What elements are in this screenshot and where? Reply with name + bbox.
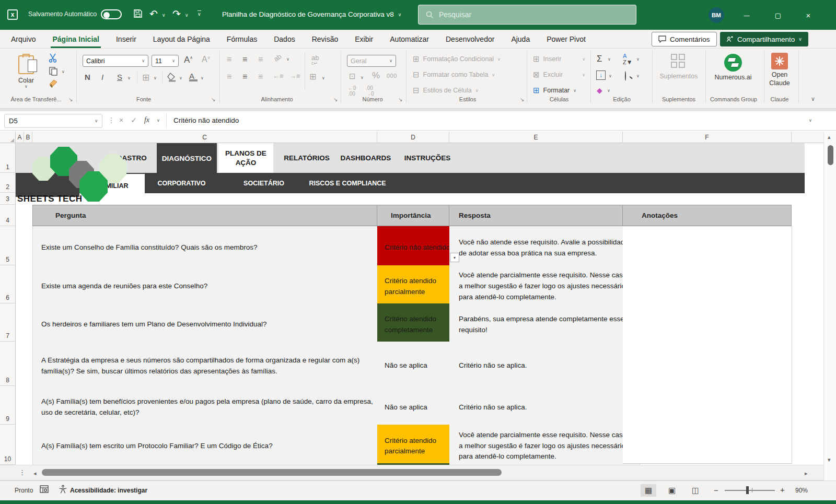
- paste-button[interactable]: Colar ∨: [11, 53, 41, 91]
- maximize-button[interactable]: ▢: [766, 5, 790, 26]
- share-button[interactable]: Compartilhamento ∨: [720, 32, 808, 46]
- italic-button[interactable]: I: [101, 73, 103, 81]
- cell-resposta[interactable]: Você atende parcialmente esse requisito.…: [449, 425, 640, 468]
- clear-chevron-icon[interactable]: ∨: [607, 88, 610, 93]
- find-chevron-icon[interactable]: ∨: [636, 74, 640, 78]
- enter-icon[interactable]: ✓: [131, 116, 137, 124]
- sort-filter-icon[interactable]: AZ▼: [623, 53, 633, 65]
- tab-diagnostico[interactable]: DIAGNÓSTICO: [157, 143, 217, 173]
- tab-exibir[interactable]: Exibir: [353, 30, 375, 48]
- accessibility-icon[interactable]: [59, 485, 67, 496]
- increase-font-icon[interactable]: A∧: [184, 55, 193, 65]
- tab-ajuda[interactable]: Ajuda: [509, 30, 531, 48]
- borders-chevron-icon[interactable]: ∨: [154, 76, 157, 80]
- tab-relatorios[interactable]: RELATÓRIOS: [281, 143, 333, 173]
- cell-anotacoes[interactable]: [623, 265, 792, 304]
- conditional-formatting-button[interactable]: ⊞ Formatação Condicional∨: [413, 54, 501, 64]
- formula-bar-splitter[interactable]: ⋮: [108, 116, 115, 124]
- percent-icon[interactable]: %: [372, 71, 380, 81]
- row-header-1[interactable]: 1: [0, 143, 16, 173]
- cell-resposta[interactable]: Critério não se aplica.: [449, 342, 640, 391]
- row-header-3[interactable]: 3: [0, 193, 16, 205]
- page-layout-view-button[interactable]: ▣: [664, 484, 680, 497]
- tab-arquivo[interactable]: Arquivo: [9, 30, 37, 48]
- collapse-ribbon-icon[interactable]: ∨: [811, 96, 815, 102]
- vertical-scrollbar[interactable]: ▴ ▾: [823, 132, 836, 480]
- cancel-icon[interactable]: ×: [119, 116, 123, 124]
- font-name-select[interactable]: Calibri∨: [83, 55, 148, 67]
- clear-icon[interactable]: ◆: [597, 86, 602, 95]
- open-claude-button[interactable]: OpenClaude: [766, 53, 793, 87]
- alignment-dialog-launcher-icon[interactable]: ↘: [333, 97, 338, 102]
- tab-formulas[interactable]: Fórmulas: [225, 30, 259, 48]
- scroll-right-icon[interactable]: ▸: [805, 470, 808, 477]
- fill-chevron-icon[interactable]: ∨: [609, 74, 612, 78]
- autosum-icon[interactable]: Σ: [597, 54, 602, 64]
- styles-dialog-launcher-icon[interactable]: ↘: [520, 97, 524, 102]
- underline-chevron-icon[interactable]: ∨: [127, 76, 131, 80]
- normal-view-button[interactable]: ▦: [641, 484, 656, 497]
- format-cells-button[interactable]: ⊞ Formatar∨: [533, 86, 576, 95]
- orientation-icon[interactable]: ab: [272, 52, 283, 63]
- cell-pergunta[interactable]: Existe um Conselho de Família constituíd…: [32, 226, 397, 270]
- tab-power-pivot[interactable]: Power Pivot: [545, 30, 587, 48]
- horizontal-scrollbar[interactable]: ⋮ ◂ ▸: [0, 465, 823, 480]
- fx-chevron-icon[interactable]: ∨: [157, 118, 160, 123]
- document-title[interactable]: Planilha de Diagnóstico de Governança Co…: [222, 10, 401, 18]
- minimize-button[interactable]: ─: [735, 5, 759, 26]
- number-format-select[interactable]: Geral∨: [347, 55, 396, 67]
- formula-input[interactable]: Critério não atendido: [173, 116, 239, 124]
- table-header-pergunta[interactable]: Pergunta: [32, 205, 377, 226]
- sort-filter-chevron-icon[interactable]: ∨: [636, 57, 640, 62]
- font-size-select[interactable]: 11∨: [152, 55, 179, 67]
- scroll-down-icon[interactable]: ▾: [828, 456, 831, 463]
- scroll-left-icon[interactable]: ◂: [33, 470, 37, 477]
- font-dialog-launcher-icon[interactable]: ↘: [211, 97, 215, 102]
- macro-record-icon[interactable]: [40, 485, 49, 495]
- fill-down-icon[interactable]: ↓: [596, 71, 606, 80]
- cell-anotacoes[interactable]: [623, 226, 792, 266]
- subtab-corporativo[interactable]: CORPORATIVO: [152, 173, 212, 193]
- cell-pergunta[interactable]: Existe uma agenda de reuniões para este …: [32, 265, 397, 308]
- column-header-d[interactable]: D: [377, 132, 449, 143]
- horizontal-scroll-thumb[interactable]: [42, 469, 502, 476]
- tab-revisao[interactable]: Revisão: [310, 30, 340, 48]
- table-header-anotacoes[interactable]: Anotações: [623, 205, 792, 226]
- copy-chevron-icon[interactable]: ∨: [62, 69, 65, 74]
- quick-access-more-icon[interactable]: ∨: [198, 10, 201, 17]
- decrease-indent-icon[interactable]: ←≡: [273, 72, 284, 80]
- fill-color-chevron-icon[interactable]: ∨: [179, 76, 182, 80]
- select-all-corner[interactable]: ◢: [0, 132, 16, 143]
- save-icon[interactable]: [133, 9, 143, 20]
- comments-button[interactable]: Comentários: [652, 32, 717, 46]
- align-left-icon[interactable]: ≡: [227, 72, 231, 81]
- page-break-view-button[interactable]: ◫: [688, 484, 703, 497]
- cell-resposta[interactable]: Você atende parcialmente esse requisito.…: [449, 265, 640, 308]
- numerous-ai-button[interactable]: Numerous.ai: [710, 54, 757, 81]
- insert-function-icon[interactable]: fx: [144, 116, 149, 124]
- insert-cells-button[interactable]: ⊞Inserir∨: [533, 54, 585, 64]
- decrease-font-icon[interactable]: A∨: [202, 55, 211, 64]
- zoom-slider-track[interactable]: [725, 490, 775, 491]
- autosave-toggle[interactable]: [101, 9, 122, 19]
- column-header-e[interactable]: E: [449, 132, 623, 143]
- name-box[interactable]: D5∨: [4, 114, 102, 128]
- font-color-chevron-icon[interactable]: ∨: [201, 76, 204, 80]
- addins-button[interactable]: Suplementos: [657, 54, 700, 80]
- tab-instrucoes[interactable]: INSTRUÇÕES: [401, 143, 454, 173]
- number-dialog-launcher-icon[interactable]: ↘: [398, 97, 402, 102]
- tab-dados[interactable]: Dados: [272, 30, 296, 48]
- close-button[interactable]: ×: [796, 5, 820, 26]
- zoom-out-button[interactable]: −: [714, 486, 718, 495]
- borders-icon[interactable]: ⊞: [142, 72, 149, 83]
- cell-anotacoes[interactable]: [623, 342, 792, 386]
- cell-anotacoes[interactable]: [623, 386, 792, 425]
- align-bottom-icon[interactable]: ≡: [258, 55, 263, 64]
- tab-layout-da-pagina[interactable]: Layout da Página: [152, 30, 212, 48]
- accessibility-status[interactable]: Acessibilidade: investigar: [70, 487, 147, 494]
- column-header-b[interactable]: B: [24, 132, 32, 143]
- data-validation-dropdown-button[interactable]: ▾: [450, 253, 459, 262]
- redo-icon[interactable]: ↷: [172, 8, 181, 20]
- align-center-icon[interactable]: ≡: [242, 72, 247, 81]
- row-header-4[interactable]: 4: [0, 205, 16, 226]
